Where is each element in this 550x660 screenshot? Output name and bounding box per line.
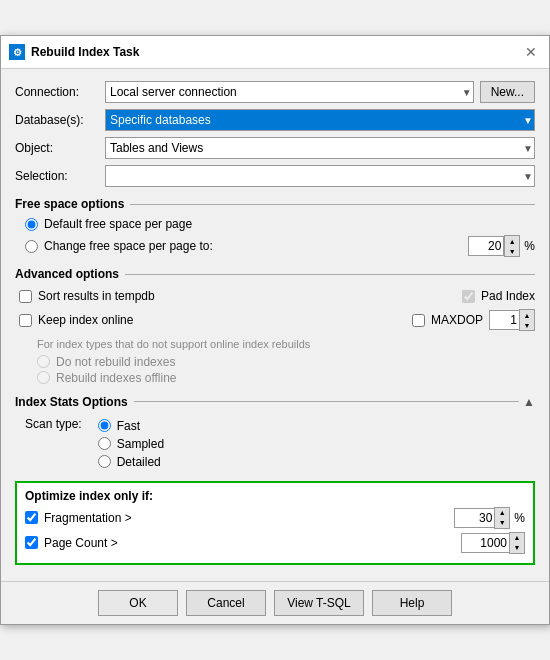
selection-select-wrap: ▼ bbox=[105, 165, 535, 187]
scan-type-options: Fast Sampled Detailed bbox=[98, 415, 164, 473]
connection-controls: Local server connection ▼ New... bbox=[105, 81, 535, 103]
sampled-radio-row: Sampled bbox=[98, 437, 164, 451]
advanced-label: Advanced options bbox=[15, 267, 119, 281]
rebuild-offline-label: Rebuild indexes offline bbox=[56, 371, 177, 385]
free-space-divider bbox=[130, 204, 535, 205]
page-count-spinner: ▲ ▼ bbox=[461, 532, 525, 554]
maxdop-spinner-buttons: ▲ ▼ bbox=[519, 309, 535, 331]
free-space-spinner: ▲ ▼ bbox=[468, 235, 520, 257]
maxdop-spinner: ▲ ▼ bbox=[489, 309, 535, 331]
footer-bar: OK Cancel View T-SQL Help bbox=[1, 581, 549, 624]
optimize-index-box: Optimize index only if: Fragmentation > … bbox=[15, 481, 535, 565]
free-space-section-header: Free space options bbox=[15, 197, 535, 211]
pad-index-label: Pad Index bbox=[481, 289, 535, 303]
ok-button[interactable]: OK bbox=[98, 590, 178, 616]
fragmentation-checkbox[interactable] bbox=[25, 511, 38, 524]
page-count-up-button[interactable]: ▲ bbox=[510, 533, 524, 543]
object-label: Object: bbox=[15, 141, 105, 155]
maxdop-input[interactable] bbox=[489, 310, 519, 330]
change-free-space-radio[interactable] bbox=[25, 240, 38, 253]
page-count-spinner-buttons: ▲ ▼ bbox=[509, 532, 525, 554]
fragmentation-spinner-buttons: ▲ ▼ bbox=[494, 507, 510, 529]
databases-row: Database(s): Specific databases ▼ bbox=[15, 109, 535, 131]
fragmentation-down-button[interactable]: ▼ bbox=[495, 518, 509, 528]
maxdop-up-button[interactable]: ▲ bbox=[520, 310, 534, 320]
keep-online-checkbox[interactable] bbox=[19, 314, 32, 327]
connection-select[interactable]: Local server connection bbox=[105, 81, 474, 103]
free-space-label: Free space options bbox=[15, 197, 124, 211]
fragmentation-pct: % bbox=[514, 511, 525, 525]
index-stats-divider bbox=[134, 401, 519, 402]
sort-tempdb-checkbox[interactable] bbox=[19, 290, 32, 303]
do-not-rebuild-label: Do not rebuild indexes bbox=[56, 355, 175, 369]
optimize-label: Optimize index only if: bbox=[25, 489, 525, 503]
dialog-icon: ⚙ bbox=[9, 44, 25, 60]
page-count-input[interactable] bbox=[461, 533, 509, 553]
fragmentation-input[interactable] bbox=[454, 508, 494, 528]
index-stats-section-header: Index Stats Options ▲ bbox=[15, 395, 535, 409]
view-tsql-button[interactable]: View T-SQL bbox=[274, 590, 364, 616]
do-not-rebuild-row: Do not rebuild indexes bbox=[37, 355, 535, 369]
page-count-down-button[interactable]: ▼ bbox=[510, 543, 524, 553]
rebuild-offline-radio[interactable] bbox=[37, 371, 50, 384]
databases-select[interactable]: Specific databases bbox=[105, 109, 535, 131]
change-free-space-row: Change free space per page to: ▲ ▼ % bbox=[25, 235, 535, 257]
page-count-right: ▲ ▼ bbox=[461, 532, 525, 554]
maxdop-row: MAXDOP ▲ ▼ bbox=[282, 309, 535, 331]
connection-label: Connection: bbox=[15, 85, 105, 99]
default-free-space-label: Default free space per page bbox=[44, 217, 192, 231]
selection-row: Selection: ▼ bbox=[15, 165, 535, 187]
free-space-up-button[interactable]: ▲ bbox=[505, 236, 519, 246]
object-select[interactable]: Tables and Views bbox=[105, 137, 535, 159]
title-bar: ⚙ Rebuild Index Task ✕ bbox=[1, 36, 549, 69]
maxdop-checkbox[interactable] bbox=[412, 314, 425, 327]
dialog-title: Rebuild Index Task bbox=[31, 45, 139, 59]
detailed-radio[interactable] bbox=[98, 455, 111, 468]
pad-index-row: Pad Index bbox=[282, 289, 535, 303]
object-select-wrap: Tables and Views ▼ bbox=[105, 137, 535, 159]
connection-select-wrap: Local server connection ▼ bbox=[105, 81, 474, 103]
default-free-space-radio[interactable] bbox=[25, 218, 38, 231]
databases-label: Database(s): bbox=[15, 113, 105, 127]
fast-radio[interactable] bbox=[98, 419, 111, 432]
scan-type-section: Scan type: Fast Sampled Detailed bbox=[25, 415, 535, 473]
pad-index-checkbox[interactable] bbox=[462, 290, 475, 303]
scan-type-label: Scan type: bbox=[25, 417, 82, 431]
cancel-button[interactable]: Cancel bbox=[186, 590, 266, 616]
scroll-up-icon: ▲ bbox=[523, 395, 535, 409]
selection-label: Selection: bbox=[15, 169, 105, 183]
detailed-radio-row: Detailed bbox=[98, 455, 164, 469]
fragmentation-label: Fragmentation > bbox=[44, 511, 132, 525]
do-not-rebuild-radio[interactable] bbox=[37, 355, 50, 368]
sampled-label: Sampled bbox=[117, 437, 164, 451]
sort-tempdb-row: Sort results in tempdb bbox=[19, 289, 272, 303]
connection-row: Connection: Local server connection ▼ Ne… bbox=[15, 81, 535, 103]
title-bar-left: ⚙ Rebuild Index Task bbox=[9, 44, 139, 60]
rebuild-offline-row: Rebuild indexes offline bbox=[37, 371, 535, 385]
dialog-content: Connection: Local server connection ▼ Ne… bbox=[1, 69, 549, 580]
page-count-label: Page Count > bbox=[44, 536, 118, 550]
close-button[interactable]: ✕ bbox=[521, 42, 541, 62]
free-space-down-button[interactable]: ▼ bbox=[505, 246, 519, 256]
sampled-radio[interactable] bbox=[98, 437, 111, 450]
keep-online-label: Keep index online bbox=[38, 313, 133, 327]
page-count-checkbox[interactable] bbox=[25, 536, 38, 549]
fragmentation-row: Fragmentation > ▲ ▼ % bbox=[25, 507, 525, 529]
online-hint-text: For index types that do not support onli… bbox=[37, 337, 535, 352]
new-button[interactable]: New... bbox=[480, 81, 535, 103]
fragmentation-spinner: ▲ ▼ bbox=[454, 507, 510, 529]
fragmentation-up-button[interactable]: ▲ bbox=[495, 508, 509, 518]
default-free-space-row: Default free space per page bbox=[25, 217, 535, 231]
object-row: Object: Tables and Views ▼ bbox=[15, 137, 535, 159]
selection-select[interactable] bbox=[105, 165, 535, 187]
advanced-divider bbox=[125, 274, 535, 275]
keep-online-row: Keep index online bbox=[19, 309, 272, 331]
percent-label: % bbox=[524, 239, 535, 253]
index-stats-label: Index Stats Options bbox=[15, 395, 128, 409]
free-space-input[interactable] bbox=[468, 236, 504, 256]
sort-tempdb-label: Sort results in tempdb bbox=[38, 289, 155, 303]
maxdop-down-button[interactable]: ▼ bbox=[520, 320, 534, 330]
fast-label: Fast bbox=[117, 419, 140, 433]
help-button[interactable]: Help bbox=[372, 590, 452, 616]
page-count-row: Page Count > ▲ ▼ bbox=[25, 532, 525, 554]
